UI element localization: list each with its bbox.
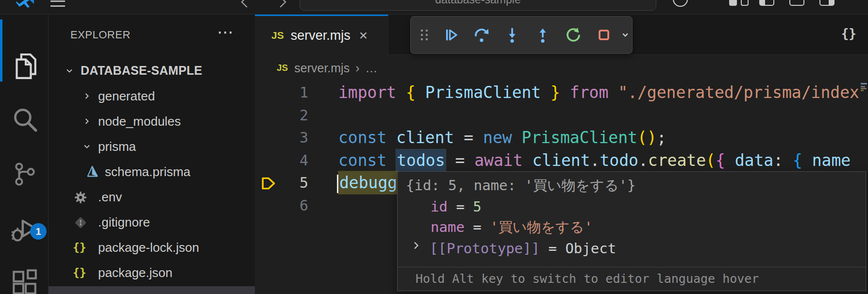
- source-control-icon: [10, 159, 38, 189]
- breadcrumb-separator: ›: [355, 61, 359, 75]
- prisma-icon: [85, 165, 99, 179]
- tree-item-prisma[interactable]: prisma: [49, 134, 255, 160]
- code-token: data: [725, 151, 773, 170]
- code-token: }: [541, 83, 560, 102]
- code-token: "./generated/prisma/index: [618, 83, 859, 102]
- tree-item-label: package.json: [98, 265, 172, 280]
- chevron-down-icon: [82, 141, 92, 152]
- code-token: (: [706, 151, 716, 170]
- code-token: '買い物をする': [490, 219, 593, 235]
- chevron-down-button[interactable]: [619, 29, 632, 41]
- breadcrumb-symbol-more[interactable]: …: [365, 61, 377, 75]
- toolbar-drag-handle: [419, 28, 429, 42]
- step-out-button[interactable]: [534, 26, 551, 44]
- explorer-selected-item[interactable]: [49, 286, 255, 294]
- activity-debug-button[interactable]: 1: [0, 204, 49, 252]
- activity-extensions-button[interactable]: [0, 258, 49, 294]
- code-token: name: [431, 219, 465, 235]
- tree-item-package-json[interactable]: {}package.json: [49, 261, 255, 286]
- code-token: create: [648, 151, 706, 170]
- sticky-scroll-braces-icon[interactable]: {}: [841, 26, 856, 41]
- tree-item-label: .gitignore: [98, 215, 150, 230]
- back-icon[interactable]: [239, 0, 250, 7]
- toggle-panel-icon[interactable]: [789, 0, 804, 6]
- code-token: PrismaClient: [425, 83, 541, 102]
- code-token: PrismaClient: [522, 128, 637, 147]
- tree-item-node-modules[interactable]: node_modules: [49, 109, 255, 134]
- code-line-4: 4const todos = await client.todo.create(…: [255, 149, 868, 172]
- code-line-content: debugg: [338, 171, 398, 194]
- command-center[interactable]: database-sample: [300, 0, 656, 11]
- file-tree: DATABASE-SAMPLEgeneratednode_modulespris…: [49, 59, 255, 286]
- forward-icon[interactable]: [277, 0, 288, 7]
- js-file-icon: JS: [271, 30, 284, 41]
- activity-search-button[interactable]: [0, 95, 49, 144]
- chevron-down-icon: [619, 29, 632, 41]
- continue-button[interactable]: [442, 26, 460, 44]
- tree-item-label: schema.prisma: [105, 164, 190, 180]
- tree-item-label: prisma: [98, 139, 136, 154]
- tooltip-row: name = '買い物をする': [431, 216, 593, 238]
- code-line-1: 1import { PrismaClient } from "./generat…: [255, 81, 868, 104]
- code-token: id: [431, 198, 448, 215]
- tree-item-database-sample[interactable]: DATABASE-SAMPLE: [49, 59, 255, 84]
- tab-server-mjs[interactable]: JS server.mjs ×: [255, 15, 388, 55]
- code-token: client: [532, 151, 590, 170]
- toggle-secondary-sidebar-icon[interactable]: [819, 0, 835, 6]
- activity-source-control-button[interactable]: [0, 149, 49, 198]
- line-number[interactable]: 6: [255, 194, 308, 217]
- gear-icon: [73, 190, 88, 205]
- code-token: =: [448, 198, 473, 215]
- vscode-window: database-sample 1 EXPLORER ⋯ DATABASE-SA…: [0, 0, 868, 294]
- toggle-sidebar-icon[interactable]: [759, 0, 774, 6]
- step-over-button[interactable]: [473, 26, 490, 44]
- code-token: await: [474, 151, 532, 170]
- activity-bar: 1: [0, 15, 49, 294]
- code-token: :: [773, 151, 793, 170]
- code-token: {: [716, 151, 725, 170]
- chevron-down-icon: [64, 65, 75, 76]
- customize-layout-icon[interactable]: [729, 0, 749, 6]
- text-cursor: [337, 175, 338, 193]
- step-over-icon: [473, 26, 490, 44]
- chevron-right-icon: [82, 91, 92, 101]
- tree-item--env[interactable]: .env: [49, 185, 255, 210]
- line-number[interactable]: 3: [255, 126, 308, 149]
- tree-item-schema-prisma[interactable]: schema.prisma: [49, 160, 255, 185]
- extensions-icon: [9, 267, 39, 294]
- git-icon: [73, 215, 88, 230]
- tree-item-generated[interactable]: generated: [49, 84, 255, 109]
- title-bar: database-sample: [0, 0, 868, 15]
- line-number[interactable]: 5: [255, 171, 308, 194]
- js-file-icon: JS: [277, 63, 288, 73]
- restart-button[interactable]: [565, 26, 582, 44]
- code-token: debugg: [338, 171, 398, 194]
- line-number[interactable]: 4: [255, 149, 308, 172]
- expand-chevron-icon[interactable]: [410, 240, 422, 251]
- code-token: =: [465, 219, 490, 235]
- tree-item-package-lock-json[interactable]: {}package-lock.json: [49, 235, 255, 261]
- activity-files-button[interactable]: [0, 41, 49, 89]
- code-token: from: [560, 83, 618, 102]
- search-icon: [9, 104, 39, 134]
- tab-close-icon[interactable]: ×: [359, 27, 368, 44]
- tree-item--gitignore[interactable]: .gitignore: [49, 210, 255, 235]
- line-number[interactable]: 1: [255, 81, 308, 104]
- step-into-button[interactable]: [503, 26, 521, 44]
- vscode-logo-icon: [16, 0, 34, 13]
- explorer-more-actions-button[interactable]: ⋯: [217, 22, 234, 42]
- tree-item-label: DATABASE-SAMPLE: [81, 64, 202, 78]
- command-center-text: database-sample: [300, 0, 656, 6]
- restart-icon: [565, 26, 582, 44]
- tooltip-row-prototype[interactable]: [[Prototype]] = Object: [430, 238, 616, 259]
- account-icon[interactable]: [673, 0, 688, 7]
- code-token: .: [590, 151, 600, 170]
- stop-button[interactable]: [595, 26, 613, 44]
- code-token: 5: [473, 198, 481, 215]
- explorer-sidebar: EXPLORER ⋯ DATABASE-SAMPLEgeneratednode_…: [49, 15, 255, 294]
- code-token: =: [446, 151, 475, 170]
- tree-item-label: .env: [98, 190, 122, 205]
- line-number[interactable]: 2: [255, 104, 308, 127]
- breadcrumb-file[interactable]: server.mjs: [294, 61, 350, 75]
- menu-icon[interactable]: [50, 0, 66, 15]
